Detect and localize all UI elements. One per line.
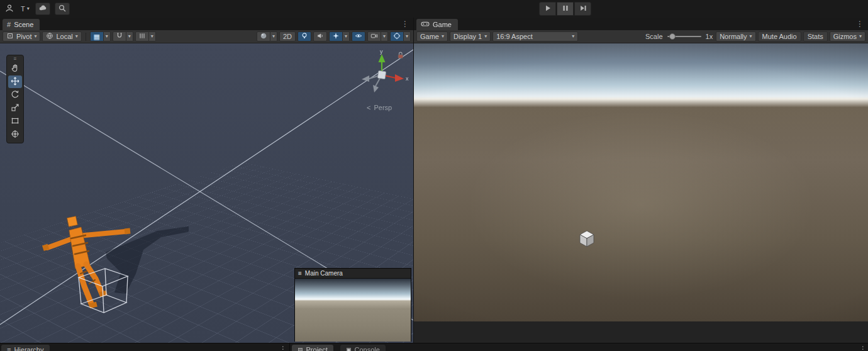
scene-effects-options[interactable]: ▾	[343, 31, 350, 42]
chevron-down-icon: ▾	[27, 6, 30, 11]
scene-visibility-toggle[interactable]	[352, 31, 365, 42]
scene-audio-toggle[interactable]	[313, 31, 327, 42]
toolbar-divider	[86, 33, 86, 41]
camera-preview-title: Main Camera	[305, 270, 343, 277]
project-tab-label: Project	[306, 346, 328, 351]
shading-mode-button[interactable]	[257, 31, 270, 42]
gizmos-toggle[interactable]	[390, 31, 404, 42]
scene-tools-overlay: ≡	[6, 55, 24, 143]
rotate-icon	[11, 90, 19, 100]
2d-toggle[interactable]: 2D	[279, 31, 296, 42]
scene-panel-menu-icon[interactable]: ⋮	[401, 20, 409, 28]
pivot-label: Pivot	[16, 33, 31, 40]
persp-chevron: <	[367, 104, 370, 111]
display-target-dropdown[interactable]: Game ▾	[416, 31, 448, 42]
scene-toolbar: Pivot ▾ Local ▾ ▦ ▾ ▾	[0, 30, 413, 43]
scene-viewport[interactable]: ≡	[0, 43, 413, 343]
view-tool-button[interactable]	[8, 62, 22, 75]
gizmos-options[interactable]: ▾	[404, 31, 411, 42]
eye-icon	[355, 32, 362, 41]
persp-label: Persp	[374, 104, 392, 111]
project-panel-menu-icon[interactable]: ⋮	[859, 345, 867, 351]
pause-button[interactable]	[557, 2, 574, 16]
chevron-down-icon: ▾	[34, 34, 36, 39]
tools-drag-handle[interactable]: ≡	[14, 56, 17, 62]
scene-effects-toggle[interactable]	[329, 31, 343, 42]
tools-dropdown-label: T	[21, 5, 25, 13]
console-tab-label: Console	[355, 346, 380, 351]
step-icon	[579, 4, 587, 14]
stats-button[interactable]: Stats	[803, 31, 828, 42]
scene-panel: # Scene ⋮ Pivot ▾ Local ▾ ▦ ▾	[0, 18, 413, 343]
selection-wireframe-cube[interactable]	[72, 264, 135, 323]
chevron-down-icon: ▾	[442, 34, 444, 39]
scale-label: Scale	[644, 33, 664, 40]
gizmo-x-axis[interactable]: x	[382, 74, 409, 82]
game-gizmos-label: Gizmos	[833, 33, 857, 40]
grid-snap-toggle[interactable]	[135, 31, 149, 42]
handle-space-dropdown[interactable]: Local ▾	[42, 31, 81, 42]
tab-console[interactable]: ▣ Console	[340, 345, 386, 351]
handle-space-label: Local	[56, 33, 72, 40]
snap-options[interactable]: ▾	[126, 31, 133, 42]
main-toolbar: T ▾	[0, 0, 868, 18]
rotate-tool-button[interactable]	[8, 89, 22, 101]
tab-game[interactable]: Game	[416, 19, 458, 30]
mute-audio-button[interactable]: Mute Audio	[758, 31, 801, 42]
display-target-label: Game	[420, 33, 439, 40]
globe-icon	[46, 32, 53, 41]
display-number-dropdown[interactable]: Display 1 ▾	[450, 31, 491, 42]
hierarchy-panel-menu-icon[interactable]: ⋮	[279, 345, 287, 351]
scale-tool-button[interactable]	[8, 102, 22, 114]
hand-icon	[11, 64, 19, 74]
camera-settings-button[interactable]	[367, 31, 381, 42]
search-button[interactable]	[55, 3, 70, 15]
scene-lighting-toggle[interactable]	[298, 31, 311, 42]
lock-icon[interactable]	[398, 52, 403, 58]
shading-mode-options[interactable]: ▾	[270, 31, 277, 42]
camera-preview-header[interactable]: ≡ Main Camera	[295, 269, 411, 279]
tab-hierarchy[interactable]: ≡ Hierarchy	[1, 345, 50, 351]
grid-visibility-options[interactable]: ▾	[104, 31, 111, 42]
chevron-down-icon: ▾	[572, 34, 574, 39]
camera-preview-overlay[interactable]: ≡ Main Camera	[294, 268, 411, 342]
display-number-label: Display 1	[453, 33, 482, 40]
rect-tool-button[interactable]	[8, 115, 22, 128]
gizmo-center-cube[interactable]	[377, 70, 386, 79]
chevron-down-icon: ▾	[750, 34, 752, 39]
chevron-down-icon: ▾	[406, 34, 408, 39]
snap-toggle[interactable]	[113, 31, 126, 42]
aspect-ratio-dropdown[interactable]: 16:9 Aspect ▾	[492, 31, 578, 42]
pivot-dropdown[interactable]: Pivot ▾	[3, 31, 40, 42]
grid-snap-options[interactable]: ▾	[149, 31, 156, 42]
camera-settings-options[interactable]: ▾	[381, 31, 388, 42]
cloud-button[interactable]	[35, 3, 50, 15]
account-button[interactable]	[4, 3, 15, 15]
grid-visibility-toggle[interactable]: ▦	[90, 31, 104, 42]
game-panel-menu-icon[interactable]: ⋮	[856, 20, 864, 28]
grid-icon: ▦	[94, 33, 100, 40]
move-tool-button[interactable]	[8, 75, 22, 88]
projection-toggle[interactable]: < Persp	[367, 104, 392, 111]
game-gizmos-dropdown[interactable]: Gizmos ▾	[830, 31, 865, 42]
scale-slider-handle[interactable]	[669, 33, 676, 40]
magnet-icon	[116, 32, 123, 41]
search-icon	[58, 4, 67, 14]
game-letterbox	[414, 321, 868, 343]
hamburger-icon: ≡	[298, 270, 302, 277]
play-button[interactable]	[539, 2, 556, 16]
aspect-ratio-label: 16:9 Aspect	[496, 33, 533, 40]
camera-icon	[370, 32, 378, 41]
transform-icon	[11, 130, 19, 140]
tab-scene[interactable]: # Scene	[3, 19, 40, 30]
transform-tool-button[interactable]	[8, 128, 22, 141]
pause-icon	[561, 4, 570, 14]
scale-slider[interactable]	[666, 31, 703, 42]
main-toolbar-left: T ▾	[4, 0, 70, 18]
console-icon: ▣	[346, 347, 352, 351]
step-button[interactable]	[574, 2, 591, 16]
axis-x-label: x	[406, 75, 409, 82]
tab-project[interactable]: ▤ Project	[292, 345, 333, 351]
play-mode-dropdown[interactable]: Normally ▾	[716, 31, 755, 42]
tools-dropdown[interactable]: T ▾	[19, 3, 31, 15]
